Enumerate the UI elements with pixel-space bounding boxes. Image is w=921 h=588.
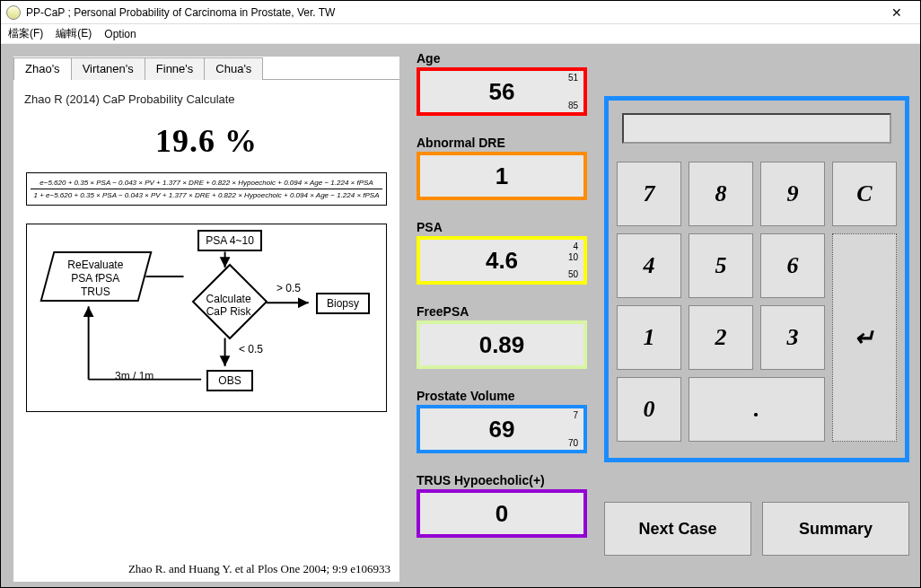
- hypo-value: 0: [496, 500, 508, 528]
- age-label: Age: [417, 51, 587, 66]
- dre-value: 1: [496, 162, 508, 190]
- key-4[interactable]: 4: [617, 233, 681, 298]
- psa-max: 50: [568, 269, 578, 279]
- flow-decision: CalculateCaP Risk: [192, 264, 268, 340]
- citation: Zhao R. and Huang Y. et al Plos One 2004…: [128, 562, 390, 576]
- menu-edit[interactable]: 編輯(E): [56, 26, 92, 41]
- age-value: 56: [489, 78, 515, 106]
- flow-reevaluate: ReEvaluate PSA fPSA TRUS: [39, 251, 152, 302]
- field-hypo[interactable]: TRUS Hypoecholic(+) 0: [417, 473, 587, 538]
- key-enter[interactable]: ↵: [832, 233, 897, 442]
- app-window: PP-CaP ; Personal Probability of Carcino…: [0, 0, 921, 588]
- tab-strip: Zhao's Virtanen's Finne's Chua's: [13, 57, 399, 80]
- menu-bar: 檔案(F) 編輯(E) Option: [1, 24, 920, 44]
- app-icon: [6, 5, 21, 20]
- tab-chua[interactable]: Chua's: [204, 57, 263, 80]
- key-9[interactable]: 9: [760, 162, 825, 226]
- client-area: Zhao's Virtanen's Finne's Chua's Zhao R …: [1, 44, 920, 587]
- formula-denominator: 1 + e−5.620 + 0.35 × PSA − 0.043 × PV + …: [31, 191, 382, 199]
- field-age[interactable]: Age 56 51 85: [417, 51, 587, 116]
- key-6[interactable]: 6: [760, 233, 825, 298]
- fpsa-value: 0.89: [479, 331, 525, 359]
- psa-min: 4: [573, 241, 578, 251]
- flow-obs: OBS: [206, 370, 253, 391]
- flow-psa-range: PSA 4~10: [197, 230, 262, 251]
- pv-label: Prostate Volume: [417, 389, 587, 403]
- keypad-panel: 7 8 9 C 4 5 6 ↵ 1 2 3 0 .: [604, 96, 909, 462]
- flow-lt-label: < 0.5: [239, 343, 263, 355]
- pv-max: 70: [568, 438, 578, 448]
- reference-line: Zhao R (2014) CaP Probability Calculate: [24, 92, 390, 106]
- pv-box[interactable]: 69 7 70: [417, 405, 587, 453]
- keypad-grid: 7 8 9 C 4 5 6 ↵ 1 2 3 0 .: [618, 162, 896, 442]
- key-3[interactable]: 3: [760, 305, 825, 370]
- psa-label: PSA: [417, 220, 587, 234]
- hypo-box[interactable]: 0: [417, 489, 587, 538]
- age-box[interactable]: 56 51 85: [417, 67, 587, 116]
- title-bar: PP-CaP ; Personal Probability of Carcino…: [1, 1, 920, 24]
- next-case-button[interactable]: Next Case: [604, 502, 751, 556]
- flow-biopsy: Biopsy: [316, 293, 370, 314]
- flow-interval: 3m / 1m: [115, 370, 154, 382]
- dre-box[interactable]: 1: [417, 152, 587, 200]
- key-1[interactable]: 1: [617, 305, 681, 370]
- age-min: 51: [568, 73, 578, 83]
- psa-box[interactable]: 4.6 4 10 50: [417, 236, 587, 285]
- flowchart: PSA 4~10 ReEvaluate PSA fPSA TRUS Calcul…: [26, 224, 387, 412]
- action-buttons: Next Case Summary: [604, 502, 909, 556]
- pv-min: 7: [573, 410, 578, 420]
- psa-value: 4.6: [486, 247, 518, 275]
- menu-file[interactable]: 檔案(F): [8, 26, 43, 41]
- fpsa-box[interactable]: 0.89: [417, 320, 587, 369]
- key-0[interactable]: 0: [617, 377, 681, 442]
- tab-zhao[interactable]: Zhao's: [13, 57, 72, 80]
- flow-gt-label: > 0.5: [276, 282, 301, 294]
- field-pv[interactable]: Prostate Volume 69 7 70: [417, 389, 587, 453]
- tab-body: Zhao R (2014) CaP Probability Calculate …: [13, 80, 399, 582]
- window-title: PP-CaP ; Personal Probability of Carcino…: [26, 6, 879, 19]
- field-psa[interactable]: PSA 4.6 4 10 50: [417, 220, 587, 285]
- input-fields: Age 56 51 85 Abnormal DRE 1 PSA 4.6 4 10: [417, 51, 587, 557]
- model-panel: Zhao's Virtanen's Finne's Chua's Zhao R …: [13, 57, 399, 582]
- tab-finne[interactable]: Finne's: [145, 57, 206, 80]
- probability-output: 19.6 %: [22, 122, 390, 160]
- menu-option[interactable]: Option: [104, 28, 136, 40]
- dre-label: Abnormal DRE: [417, 136, 587, 150]
- close-button[interactable]: ✕: [879, 5, 915, 20]
- age-max: 85: [568, 101, 578, 110]
- field-dre[interactable]: Abnormal DRE 1: [417, 136, 587, 200]
- key-5[interactable]: 5: [689, 233, 753, 298]
- key-2[interactable]: 2: [689, 305, 753, 370]
- psa-mid: 10: [568, 252, 578, 262]
- summary-button[interactable]: Summary: [762, 502, 909, 556]
- field-fpsa[interactable]: FreePSA 0.89: [417, 304, 587, 369]
- key-7[interactable]: 7: [617, 162, 681, 226]
- key-clear[interactable]: C: [832, 162, 897, 226]
- hypo-label: TRUS Hypoecholic(+): [417, 473, 587, 487]
- pv-value: 69: [489, 416, 515, 443]
- fpsa-label: FreePSA: [417, 304, 587, 319]
- formula-box: e−5.620 + 0.35 × PSA − 0.043 × PV + 1.37…: [26, 172, 387, 206]
- formula-numerator: e−5.620 + 0.35 × PSA − 0.043 × PV + 1.37…: [31, 179, 382, 187]
- tab-virtanen[interactable]: Virtanen's: [71, 57, 145, 80]
- keypad-display[interactable]: [622, 113, 891, 144]
- key-dot[interactable]: .: [689, 377, 825, 442]
- key-8[interactable]: 8: [689, 162, 753, 226]
